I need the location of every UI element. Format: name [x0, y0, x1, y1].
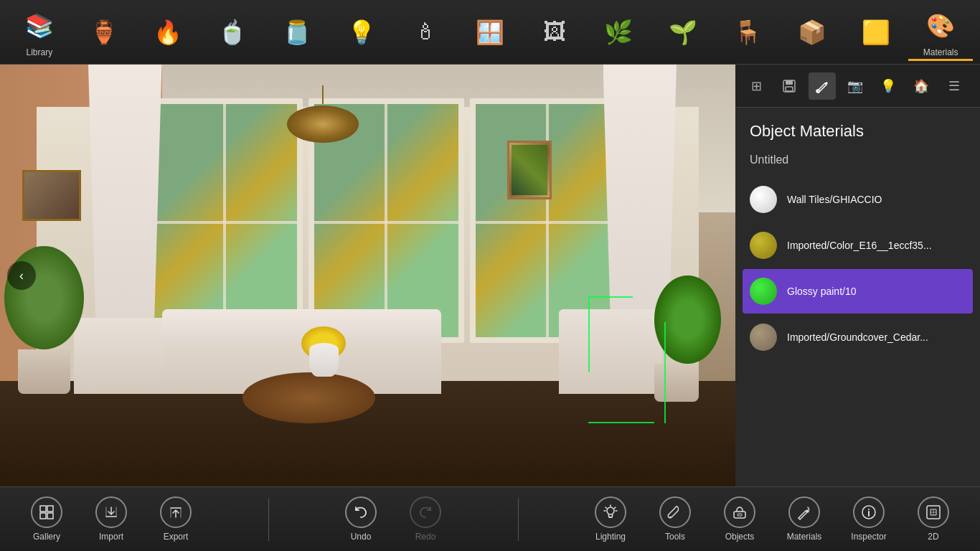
plant2-icon: 🌱: [664, 14, 702, 51]
toolbar-item-8[interactable]: 🖼: [522, 4, 587, 61]
divider-left: [268, 498, 269, 541]
toolbar-library[interactable]: 📚 Library: [7, 4, 72, 61]
room-scene: ‹: [0, 65, 735, 486]
list-tool-button[interactable]: ☰: [941, 72, 968, 100]
curtain-left: [88, 65, 162, 318]
picture-frame-right: [507, 141, 552, 199]
toolbar-item-9[interactable]: 🌿: [587, 4, 651, 61]
toolbar-item-11[interactable]: 🪑: [715, 4, 780, 61]
svg-rect-10: [734, 512, 745, 518]
svg-point-13: [868, 509, 870, 510]
plant-pot-left: [18, 349, 71, 394]
material-item-wall-tiles[interactable]: Wall Tiles/GHIACCIO: [743, 177, 973, 222]
light-tool-button[interactable]: 💡: [875, 72, 902, 100]
gallery-button[interactable]: Gallery: [14, 491, 79, 548]
sel-line-v2: [664, 322, 666, 423]
lighting-label: Lighting: [595, 532, 626, 542]
svg-rect-1: [786, 80, 793, 85]
undo-icon: [345, 496, 377, 528]
svg-rect-7: [47, 513, 53, 519]
svg-rect-4: [40, 506, 46, 512]
redo-icon: [410, 496, 441, 528]
jar-icon: 🫙: [278, 14, 316, 51]
import-icon: [95, 496, 127, 528]
material-item-imported-color[interactable]: Imported/Color_E16__1eccf35...: [743, 223, 973, 268]
inspector-icon: [853, 496, 885, 528]
redo-button[interactable]: Redo: [393, 491, 458, 548]
material-label-imported-color: Imported/Color_E16__1eccf35...: [787, 240, 966, 251]
teapot-icon: 🍵: [214, 14, 251, 51]
coffee-table: [242, 372, 375, 423]
export-button[interactable]: Export: [143, 491, 208, 548]
curtain-icon: 🪟: [471, 14, 509, 51]
material-label-groundcover: Imported/Groundcover_Cedar...: [787, 331, 966, 343]
objects-label: Objects: [725, 532, 755, 542]
toolbar-item-13[interactable]: 🟨: [844, 4, 909, 61]
undo-button[interactable]: Undo: [329, 491, 393, 548]
library-icon: 📚: [21, 7, 58, 44]
materials-label: Materials: [923, 47, 958, 57]
toolbar-item-5[interactable]: 💡: [329, 4, 394, 61]
vase: [309, 343, 339, 377]
slab-icon: 🟨: [857, 14, 895, 51]
2d-button[interactable]: 2D: [901, 491, 966, 548]
camera-tool-button[interactable]: 📷: [842, 72, 869, 100]
sel-line-v1: [588, 296, 590, 372]
nav-arrow-left[interactable]: ‹: [7, 261, 36, 290]
divider-right: [518, 498, 519, 541]
inspector-label: Inspector: [851, 532, 886, 542]
materials-bottom-button[interactable]: Materials: [772, 491, 837, 548]
toolbar-item-6[interactable]: 🕯: [393, 4, 458, 61]
objects-icon: [724, 496, 755, 528]
swatch-groundcover: [750, 324, 777, 351]
toolbar-materials[interactable]: 🎨 Materials: [908, 4, 973, 61]
selection-lines: [588, 296, 699, 423]
toolbar-item-1[interactable]: 🏺: [72, 4, 136, 61]
inspector-button[interactable]: Inspector: [837, 491, 901, 548]
sel-line-h1: [588, 422, 654, 423]
objects-button[interactable]: Objects: [707, 491, 772, 548]
top-toolbar: 📚 Library 🏺 🔥 🍵 🫙 💡 🕯 🪟 🖼 🌿 🌱 🪑 📦 🟨 🎨: [0, 0, 980, 65]
materials-bottom-icon: [788, 496, 820, 528]
toolbar-item-3[interactable]: 🍵: [200, 4, 265, 61]
paint-tool-button[interactable]: [809, 72, 836, 100]
tools-label: Tools: [665, 532, 685, 542]
toolbar-item-4[interactable]: 🫙: [265, 4, 329, 61]
material-label-glossy-paint: Glossy paint/10: [787, 286, 966, 297]
lamp-icon: 💡: [343, 14, 380, 51]
library-label: Library: [27, 47, 53, 57]
save-tool-button[interactable]: [776, 72, 803, 100]
svg-point-8: [607, 507, 614, 514]
toolbar-item-12[interactable]: 📦: [780, 4, 844, 61]
material-item-glossy-paint[interactable]: Glossy paint/10: [743, 269, 973, 314]
materials-icon: 🎨: [922, 7, 959, 44]
picture-icon: 🖼: [536, 14, 573, 51]
toolbar-item-10[interactable]: 🌱: [651, 4, 715, 61]
svg-point-9: [670, 517, 672, 518]
gallery-label: Gallery: [33, 532, 60, 542]
material-label-wall-tiles: Wall Tiles/GHIACCIO: [787, 194, 966, 205]
home-tool-button[interactable]: 🏠: [908, 72, 935, 100]
redo-label: Redo: [415, 532, 436, 542]
swatch-wall-tiles: [750, 186, 777, 213]
viewport[interactable]: ‹: [0, 65, 735, 486]
toolbar-item-7[interactable]: 🪟: [458, 4, 522, 61]
grid-tool-button[interactable]: ⊞: [743, 72, 770, 100]
material-item-groundcover[interactable]: Imported/Groundcover_Cedar...: [743, 315, 973, 359]
fireplace-icon: 🔥: [149, 14, 187, 51]
plant-icon: 🌿: [600, 14, 637, 51]
lighting-button[interactable]: Lighting: [578, 491, 643, 548]
panel-toolbar: ⊞ 📷 💡 🏠 ☰: [735, 65, 980, 108]
import-button[interactable]: Import: [79, 491, 143, 548]
lighting-icon: [595, 496, 626, 528]
svg-rect-5: [47, 506, 53, 512]
chandelier: [280, 85, 366, 143]
toolbar-item-2[interactable]: 🔥: [136, 4, 200, 61]
material-untitled-label: Untitled: [735, 148, 980, 177]
windows-area: [147, 98, 625, 343]
painting-left: [22, 170, 81, 221]
material-list: Wall Tiles/GHIACCIO Imported/Color_E16__…: [735, 177, 980, 486]
tools-button[interactable]: Tools: [643, 491, 707, 548]
bottom-toolbar: Gallery Import Export: [0, 486, 980, 551]
bottom-right-group: Lighting Tools Objects: [578, 491, 966, 548]
